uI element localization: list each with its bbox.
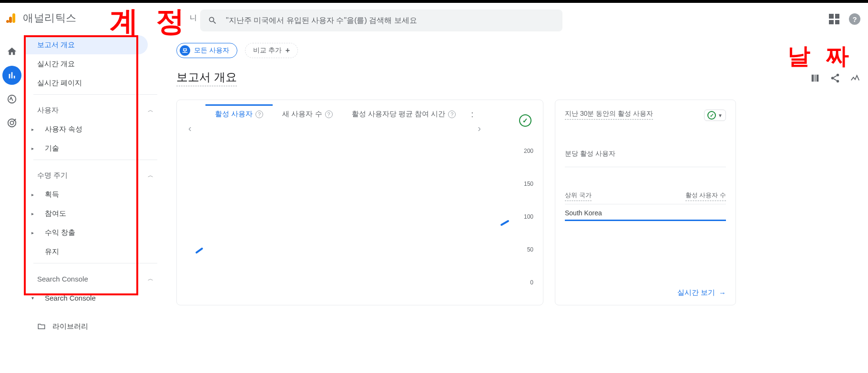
rail-home[interactable] — [2, 42, 21, 61]
sidebar-item-label: 획득 — [45, 190, 59, 199]
apps-grid-icon[interactable] — [829, 14, 839, 24]
realtime-view-link[interactable]: 실시간 보기 → — [677, 288, 726, 297]
country-cell: South Korea — [565, 209, 602, 217]
svg-point-9 — [837, 73, 839, 76]
main-content: 날 짜 모 모든 사용자 비교 추가 + 보고서 개요 ‹ 활성 사용자 ? — [176, 41, 868, 305]
realtime-table-row: South Korea — [565, 204, 726, 221]
svg-rect-8 — [817, 74, 819, 81]
sidebar-item-search-console[interactable]: ▾ Search Console — [24, 288, 167, 307]
title-actions — [810, 73, 860, 83]
y-tick: 150 — [524, 181, 533, 187]
verified-check-icon[interactable] — [519, 114, 531, 127]
sidebar-section-user[interactable]: 사용자 ︿ — [24, 101, 167, 120]
sidebar-nav: 보고서 개요 실시간 개요 실시간 페이지 사용자 ︿ ▸ 사용자 속성 ▸ 기… — [24, 35, 167, 369]
search-input[interactable]: "지난주 미국에서 유입된 사용자 수"을(를) 검색해 보세요 — [200, 10, 562, 31]
help-icon[interactable]: ? — [849, 13, 860, 25]
col-country: 상위 국가 — [565, 191, 592, 201]
share-icon[interactable] — [830, 73, 840, 83]
insights-icon[interactable] — [850, 73, 860, 83]
chevron-up-icon: ︿ — [148, 171, 153, 180]
rail-advertising[interactable] — [2, 113, 21, 132]
sidebar-library[interactable]: 라이브러리 — [24, 317, 167, 336]
divider — [33, 160, 157, 160]
rail-reports[interactable] — [2, 66, 21, 85]
metric-active-users[interactable]: 활성 사용자 ? — [205, 104, 273, 123]
metric-avg-engagement[interactable]: 활성 사용자당 평균 참여 시간 ? — [342, 110, 466, 123]
section-label: 사용자 — [37, 106, 59, 115]
svg-rect-6 — [812, 74, 814, 81]
chart-line-fragment — [500, 220, 509, 226]
sidebar-item-label: 기술 — [45, 144, 59, 153]
annotation-date: 날 짜 — [787, 41, 854, 71]
sidebar-item-label: 실시간 페이지 — [37, 79, 82, 88]
library-label: 라이브러리 — [52, 322, 88, 331]
sidebar-item-acquisition[interactable]: ▸ 획득 — [24, 185, 167, 204]
sidebar-section-lifecycle[interactable]: 수명 주기 ︿ — [24, 166, 167, 185]
card-realtime: 지난 30분 동안의 활성 사용자 ▼ 분당 활성 사용자 상위 국가 활성 사… — [555, 100, 736, 305]
metric-label: 새 사용자 수 — [282, 110, 322, 119]
svg-point-10 — [831, 77, 834, 80]
chip-add-comparison[interactable]: 비교 추가 + — [245, 43, 298, 58]
arrow-right-icon: ▸ — [31, 127, 34, 132]
compare-icon[interactable] — [810, 73, 820, 83]
realtime-status-dropdown[interactable]: ▼ — [704, 110, 726, 121]
analytics-logo-icon — [6, 12, 17, 24]
sidebar-item-label: 유지 — [45, 247, 59, 256]
sidebar-section-search-console[interactable]: Search Console ︿ — [24, 269, 167, 288]
metric-new-users[interactable]: 새 사용자 수 ? — [273, 110, 342, 123]
chevron-up-icon: ︿ — [148, 106, 153, 114]
chip-label: 모든 사용자 — [194, 46, 229, 55]
y-tick: 50 — [524, 246, 533, 253]
page-title-row: 보고서 개요 — [176, 70, 868, 86]
sidebar-item-engagement[interactable]: ▸ 참여도 — [24, 204, 167, 223]
link-label: 실시간 보기 — [677, 288, 715, 297]
svg-rect-7 — [815, 74, 816, 81]
sidebar-item-label: Search Console — [45, 294, 96, 302]
y-tick: 200 — [524, 148, 533, 154]
metric-label: 활성 사용자 — [215, 110, 253, 119]
card-metrics-chart: ‹ 활성 사용자 ? 새 사용자 수 ? 활성 사용자당 평균 참여 시간 ? … — [176, 100, 543, 305]
sidebar-item-monetization[interactable]: ▸ 수익 창출 — [24, 223, 167, 242]
chip-badge: 모 — [180, 45, 190, 56]
svg-point-5 — [10, 121, 13, 124]
help-icon[interactable]: ? — [325, 111, 333, 118]
realtime-title: 지난 30분 동안의 활성 사용자 — [565, 110, 653, 120]
chevron-down-icon: ▼ — [718, 113, 723, 118]
page-title: 보고서 개요 — [176, 70, 237, 86]
help-icon[interactable]: ? — [448, 111, 456, 118]
metric-more[interactable]: : — [465, 110, 473, 120]
header-text-fragment: 니 — [190, 13, 197, 22]
rail-explore[interactable] — [2, 90, 21, 109]
chip-label: 비교 추가 — [253, 46, 282, 55]
col-active-users: 활성 사용자 수 — [685, 191, 726, 201]
divider — [33, 263, 157, 263]
arrow-right-icon: ▸ — [31, 230, 34, 235]
realtime-per-minute-label: 분당 활성 사용자 — [565, 150, 726, 158]
sidebar-item-realtime-overview[interactable]: 실시간 개요 — [24, 54, 167, 73]
section-label: 수명 주기 — [37, 171, 68, 180]
chevron-right-icon[interactable]: › — [478, 123, 481, 134]
sidebar-item-realtime-pages[interactable]: 실시간 페이지 — [24, 73, 167, 92]
sidebar-item-tech[interactable]: ▸ 기술 — [24, 139, 167, 158]
app-name: 애널리틱스 — [23, 11, 77, 25]
sidebar-item-retention[interactable]: 유지 — [24, 242, 167, 261]
plus-icon: + — [286, 46, 290, 55]
annotation-account: 계 정 — [110, 2, 189, 41]
metric-label: 활성 사용자당 평균 참여 시간 — [352, 110, 446, 119]
chip-all-users[interactable]: 모 모든 사용자 — [176, 43, 237, 58]
y-tick: 100 — [524, 213, 533, 220]
svg-rect-1 — [9, 17, 12, 23]
left-nav-rail — [0, 38, 24, 132]
sidebar-item-label: 수익 창출 — [45, 228, 75, 237]
chevron-left-icon[interactable]: ‹ — [188, 123, 192, 134]
home-icon — [7, 46, 17, 57]
help-icon[interactable]: ? — [255, 111, 263, 118]
comparison-row: 모 모든 사용자 비교 추가 + — [176, 41, 868, 60]
logo-area[interactable]: 애널리틱스 — [6, 11, 77, 25]
arrow-right-icon: → — [719, 289, 726, 297]
chart-y-axis: 200 150 100 50 0 — [524, 148, 533, 286]
check-icon — [707, 111, 716, 120]
arrow-right-icon: ▸ — [31, 146, 34, 151]
sidebar-item-user-attributes[interactable]: ▸ 사용자 속성 — [24, 120, 167, 139]
bar-chart-icon — [7, 70, 17, 81]
